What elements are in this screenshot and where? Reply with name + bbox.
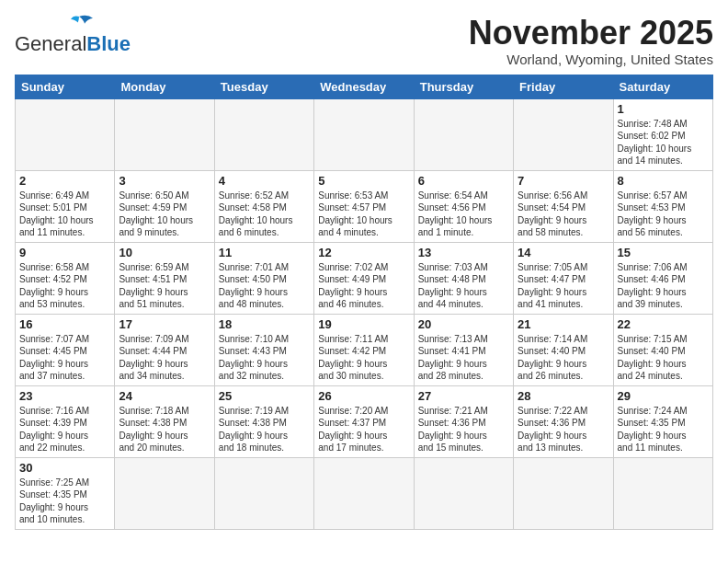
title-area: November 2025 Worland, Wyoming, United S… <box>469 15 713 67</box>
day-number: 16 <box>19 317 110 331</box>
day-info: Sunrise: 7:14 AM Sunset: 4:40 PM Dayligh… <box>518 333 609 383</box>
calendar-cell: 19Sunrise: 7:11 AM Sunset: 4:42 PM Dayli… <box>314 314 414 385</box>
day-number: 3 <box>119 174 210 188</box>
day-info: Sunrise: 6:57 AM Sunset: 4:53 PM Dayligh… <box>618 190 709 239</box>
calendar-cell: 12Sunrise: 7:02 AM Sunset: 4:49 PM Dayli… <box>314 242 414 314</box>
calendar-cell: 14Sunrise: 7:05 AM Sunset: 4:47 PM Dayli… <box>514 242 613 314</box>
day-number: 19 <box>318 317 409 331</box>
day-number: 22 <box>618 317 709 331</box>
header: GeneralBlue November 2025 Worland, Wyomi… <box>15 15 713 67</box>
calendar-cell <box>514 457 613 529</box>
calendar-cell <box>414 457 513 529</box>
calendar-cell: 28Sunrise: 7:22 AM Sunset: 4:36 PM Dayli… <box>514 385 613 457</box>
calendar-cell: 25Sunrise: 7:19 AM Sunset: 4:38 PM Dayli… <box>214 385 313 457</box>
day-number: 29 <box>618 389 709 403</box>
calendar-cell <box>115 98 214 170</box>
calendar-cell: 17Sunrise: 7:09 AM Sunset: 4:44 PM Dayli… <box>115 314 214 385</box>
day-info: Sunrise: 6:59 AM Sunset: 4:51 PM Dayligh… <box>119 261 210 311</box>
month-title: November 2025 <box>469 15 713 52</box>
calendar-cell: 10Sunrise: 6:59 AM Sunset: 4:51 PM Dayli… <box>115 242 214 314</box>
day-number: 27 <box>418 389 509 403</box>
day-info: Sunrise: 7:18 AM Sunset: 4:38 PM Dayligh… <box>119 405 210 454</box>
calendar-week-row: 30Sunrise: 7:25 AM Sunset: 4:35 PM Dayli… <box>16 457 713 529</box>
calendar-cell: 18Sunrise: 7:10 AM Sunset: 4:43 PM Dayli… <box>214 314 313 385</box>
day-info: Sunrise: 7:20 AM Sunset: 4:37 PM Dayligh… <box>318 405 409 454</box>
day-info: Sunrise: 7:10 AM Sunset: 4:43 PM Dayligh… <box>219 333 310 383</box>
calendar-cell <box>514 98 613 170</box>
calendar-cell <box>16 98 115 170</box>
calendar-cell: 8Sunrise: 6:57 AM Sunset: 4:53 PM Daylig… <box>613 170 712 242</box>
calendar-cell <box>214 98 313 170</box>
calendar-cell: 3Sunrise: 6:50 AM Sunset: 4:59 PM Daylig… <box>115 170 214 242</box>
logo-area: GeneralBlue <box>15 15 131 55</box>
day-number: 13 <box>418 246 509 259</box>
calendar-cell: 7Sunrise: 6:56 AM Sunset: 4:54 PM Daylig… <box>514 170 613 242</box>
day-number: 17 <box>119 317 210 331</box>
calendar-cell <box>414 98 513 170</box>
calendar-cell <box>613 457 712 529</box>
day-info: Sunrise: 7:25 AM Sunset: 4:35 PM Dayligh… <box>19 477 110 526</box>
calendar: SundayMondayTuesdayWednesdayThursdayFrid… <box>15 75 713 530</box>
day-info: Sunrise: 7:15 AM Sunset: 4:40 PM Dayligh… <box>618 333 709 383</box>
day-number: 25 <box>219 389 310 403</box>
calendar-cell: 27Sunrise: 7:21 AM Sunset: 4:36 PM Dayli… <box>414 385 513 457</box>
day-info: Sunrise: 6:58 AM Sunset: 4:52 PM Dayligh… <box>19 261 110 311</box>
calendar-cell: 20Sunrise: 7:13 AM Sunset: 4:41 PM Dayli… <box>414 314 513 385</box>
day-info: Sunrise: 7:01 AM Sunset: 4:50 PM Dayligh… <box>219 261 310 311</box>
day-header-friday: Friday <box>514 75 613 98</box>
day-header-wednesday: Wednesday <box>314 75 414 98</box>
day-info: Sunrise: 7:21 AM Sunset: 4:36 PM Dayligh… <box>418 405 509 454</box>
calendar-cell: 11Sunrise: 7:01 AM Sunset: 4:50 PM Dayli… <box>214 242 313 314</box>
day-info: Sunrise: 7:03 AM Sunset: 4:48 PM Dayligh… <box>418 261 509 311</box>
day-number: 12 <box>318 246 409 259</box>
day-number: 5 <box>318 174 409 188</box>
day-number: 30 <box>19 461 110 475</box>
calendar-cell: 24Sunrise: 7:18 AM Sunset: 4:38 PM Dayli… <box>115 385 214 457</box>
day-header-monday: Monday <box>115 75 214 98</box>
logo-bird-icon <box>63 11 96 33</box>
calendar-cell: 26Sunrise: 7:20 AM Sunset: 4:37 PM Dayli… <box>314 385 414 457</box>
day-info: Sunrise: 6:54 AM Sunset: 4:56 PM Dayligh… <box>418 190 509 239</box>
calendar-week-row: 16Sunrise: 7:07 AM Sunset: 4:45 PM Dayli… <box>16 314 713 385</box>
day-info: Sunrise: 6:49 AM Sunset: 5:01 PM Dayligh… <box>19 190 110 239</box>
day-number: 21 <box>518 317 609 331</box>
day-number: 15 <box>618 246 709 259</box>
day-info: Sunrise: 7:09 AM Sunset: 4:44 PM Dayligh… <box>119 333 210 383</box>
day-info: Sunrise: 7:22 AM Sunset: 4:36 PM Dayligh… <box>518 405 609 454</box>
location-title: Worland, Wyoming, United States <box>469 52 713 67</box>
calendar-cell <box>314 457 414 529</box>
day-number: 18 <box>219 317 310 331</box>
calendar-cell <box>314 98 414 170</box>
calendar-cell: 4Sunrise: 6:52 AM Sunset: 4:58 PM Daylig… <box>214 170 313 242</box>
calendar-week-row: 9Sunrise: 6:58 AM Sunset: 4:52 PM Daylig… <box>16 242 713 314</box>
day-info: Sunrise: 7:24 AM Sunset: 4:35 PM Dayligh… <box>618 405 709 454</box>
day-info: Sunrise: 7:05 AM Sunset: 4:47 PM Dayligh… <box>518 261 609 311</box>
day-info: Sunrise: 7:02 AM Sunset: 4:49 PM Dayligh… <box>318 261 409 311</box>
calendar-cell: 29Sunrise: 7:24 AM Sunset: 4:35 PM Dayli… <box>613 385 712 457</box>
day-number: 6 <box>418 174 509 188</box>
day-number: 20 <box>418 317 509 331</box>
calendar-cell: 23Sunrise: 7:16 AM Sunset: 4:39 PM Dayli… <box>16 385 115 457</box>
day-info: Sunrise: 7:06 AM Sunset: 4:46 PM Dayligh… <box>618 261 709 311</box>
day-number: 1 <box>618 102 709 116</box>
day-header-thursday: Thursday <box>414 75 513 98</box>
calendar-cell <box>214 457 313 529</box>
calendar-cell: 2Sunrise: 6:49 AM Sunset: 5:01 PM Daylig… <box>16 170 115 242</box>
day-number: 2 <box>19 174 110 188</box>
calendar-cell: 6Sunrise: 6:54 AM Sunset: 4:56 PM Daylig… <box>414 170 513 242</box>
day-header-tuesday: Tuesday <box>214 75 313 98</box>
day-info: Sunrise: 7:16 AM Sunset: 4:39 PM Dayligh… <box>19 405 110 454</box>
day-number: 8 <box>618 174 709 188</box>
calendar-week-row: 2Sunrise: 6:49 AM Sunset: 5:01 PM Daylig… <box>16 170 713 242</box>
calendar-cell: 13Sunrise: 7:03 AM Sunset: 4:48 PM Dayli… <box>414 242 513 314</box>
day-info: Sunrise: 7:13 AM Sunset: 4:41 PM Dayligh… <box>418 333 509 383</box>
day-info: Sunrise: 6:50 AM Sunset: 4:59 PM Dayligh… <box>119 190 210 239</box>
calendar-header-row: SundayMondayTuesdayWednesdayThursdayFrid… <box>16 75 713 98</box>
logo-text: GeneralBlue <box>15 33 131 55</box>
calendar-week-row: 23Sunrise: 7:16 AM Sunset: 4:39 PM Dayli… <box>16 385 713 457</box>
calendar-cell: 30Sunrise: 7:25 AM Sunset: 4:35 PM Dayli… <box>16 457 115 529</box>
day-info: Sunrise: 7:11 AM Sunset: 4:42 PM Dayligh… <box>318 333 409 383</box>
day-info: Sunrise: 7:48 AM Sunset: 6:02 PM Dayligh… <box>618 118 709 167</box>
day-number: 24 <box>119 389 210 403</box>
day-header-sunday: Sunday <box>16 75 115 98</box>
